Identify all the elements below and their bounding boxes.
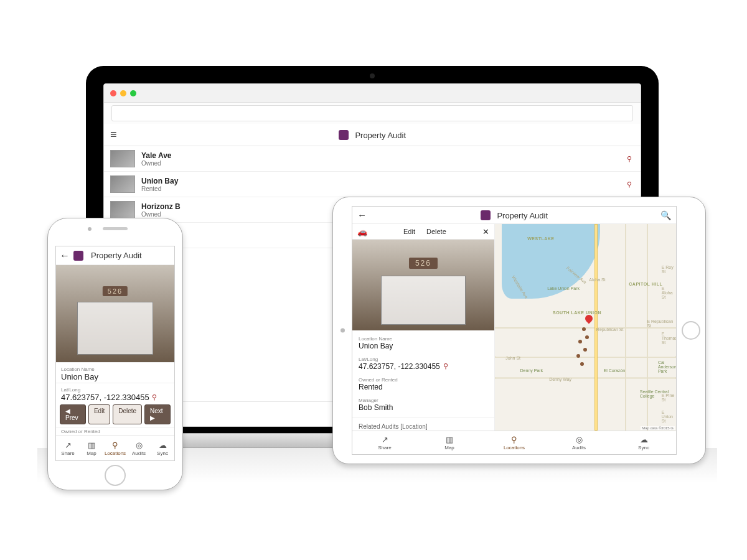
tab-label: Locations bbox=[105, 450, 126, 456]
tablet-tab-bar: ↗Share▥Map⚲Locations◎Audits☁Sync bbox=[352, 431, 676, 454]
map-road bbox=[495, 377, 676, 379]
map-street-label: Republican St bbox=[596, 327, 624, 332]
tab-audits[interactable]: ◎Audits bbox=[127, 436, 151, 460]
list-item[interactable]: Yale AveOwned⚲ bbox=[104, 146, 641, 172]
tab-audits[interactable]: ◎Audits bbox=[547, 431, 611, 454]
field-location-name: Location Name Union Bay bbox=[56, 362, 174, 383]
map-dot-icon[interactable] bbox=[582, 327, 586, 331]
search-icon[interactable]: 🔍 bbox=[660, 210, 671, 220]
map-pin-icon[interactable]: ⚲ bbox=[443, 362, 448, 370]
share-icon: ↗ bbox=[65, 441, 72, 450]
tab-share[interactable]: ↗Share bbox=[56, 436, 80, 460]
app-logo-icon bbox=[481, 210, 491, 220]
map-icon: ▥ bbox=[446, 435, 453, 444]
latlong-label: Lat/Long bbox=[359, 357, 488, 362]
tab-locations[interactable]: ⚲Locations bbox=[103, 436, 127, 460]
tab-label: Share bbox=[61, 450, 74, 456]
phone-device: ← Property Audit 526 Location Name Union… bbox=[47, 218, 183, 490]
map-icon: ▥ bbox=[88, 441, 95, 450]
field-location-name: Location Name Union Bay bbox=[352, 333, 494, 353]
building-number-sign: 526 bbox=[409, 258, 438, 269]
location-name-value: Union Bay bbox=[359, 342, 488, 350]
window-close-icon[interactable] bbox=[110, 90, 116, 96]
map-road bbox=[625, 224, 626, 431]
directions-icon[interactable]: 🚗 bbox=[357, 227, 367, 236]
field-latlong: Lat/Long 47.623757, -122.330455 ⚲ bbox=[352, 353, 494, 374]
audits-icon: ◎ bbox=[136, 441, 143, 450]
tab-label: Map bbox=[444, 445, 454, 450]
map-poi-label: Cal Anderson Park bbox=[658, 360, 676, 373]
tab-sync[interactable]: ☁Sync bbox=[151, 436, 174, 460]
edit-button[interactable]: Edit bbox=[403, 228, 415, 235]
phone-home-button[interactable] bbox=[105, 465, 126, 486]
tab-map[interactable]: ▥Map bbox=[80, 436, 103, 460]
property-photo: 526 bbox=[56, 265, 174, 362]
map-pin-icon[interactable]: ⚲ bbox=[627, 155, 632, 163]
audits-icon: ◎ bbox=[576, 435, 583, 444]
tablet-app-header: ← Property Audit 🔍 bbox=[352, 207, 676, 224]
latlong-value: 47.623757, -122.330455 bbox=[61, 393, 149, 402]
map-neighborhood-label: SOUTH LAKE UNION bbox=[553, 310, 601, 315]
location-icon: ⚲ bbox=[511, 435, 517, 444]
map-pane[interactable]: WESTLAKESOUTH LAKE UNIONCAPITOL HILLLake… bbox=[495, 224, 676, 431]
hamburger-icon[interactable]: ≡ bbox=[110, 128, 117, 141]
building-doors bbox=[381, 276, 466, 325]
building-doors bbox=[77, 302, 153, 354]
property-status: Rented bbox=[141, 185, 178, 192]
field-latlong: Lat/Long 47.623757, -122.330455 ⚲ bbox=[56, 383, 174, 402]
phone-tab-bar: ↗Share▥Map⚲Locations◎Audits☁Sync bbox=[56, 436, 174, 460]
map-dot-icon[interactable] bbox=[578, 340, 582, 343]
tab-map[interactable]: ▥Map bbox=[417, 431, 482, 454]
map-marker-icon[interactable] bbox=[585, 315, 593, 322]
map-poi-label: Lake Union Park bbox=[547, 286, 580, 291]
map-street-label: John St bbox=[505, 356, 520, 360]
delete-button[interactable]: Delete bbox=[426, 228, 446, 235]
property-title: Yale Ave bbox=[141, 151, 171, 160]
browser-chrome bbox=[104, 84, 641, 103]
sync-icon: ☁ bbox=[640, 435, 648, 444]
detail-fields: Location Name Union Bay Lat/Long 47.6237… bbox=[352, 330, 494, 431]
app-logo-icon bbox=[339, 130, 349, 140]
property-thumb bbox=[110, 150, 135, 167]
next-button[interactable]: Next ▶ bbox=[144, 404, 171, 424]
laptop-app-header: ≡ Property Audit bbox=[104, 124, 641, 146]
building-number-sign: 526 bbox=[103, 286, 128, 296]
window-zoom-icon[interactable] bbox=[130, 90, 136, 96]
list-item[interactable]: Union BayRented⚲ bbox=[104, 172, 641, 197]
url-bar[interactable] bbox=[111, 105, 633, 121]
property-status: Owned bbox=[141, 160, 171, 167]
back-icon[interactable]: ← bbox=[357, 210, 367, 220]
tab-share[interactable]: ↗Share bbox=[352, 431, 417, 454]
detail-toolbar: 🚗 Edit Delete ✕ bbox=[352, 224, 494, 240]
related-audits-heading: Related Audits [Location] bbox=[352, 418, 494, 431]
map-dot-icon[interactable] bbox=[576, 354, 580, 358]
tablet-home-button[interactable] bbox=[682, 321, 700, 340]
map-attribution: Map data ©2015 G bbox=[641, 426, 675, 430]
map-pin-icon[interactable]: ⚲ bbox=[152, 393, 157, 401]
property-status: Owned bbox=[141, 211, 181, 218]
map-neighborhood-label: CAPITOL HILL bbox=[629, 282, 662, 286]
map-pin-icon[interactable]: ⚲ bbox=[627, 180, 632, 189]
property-title: Horizonz B bbox=[141, 202, 181, 211]
map-street-label: Aloha St bbox=[589, 278, 605, 282]
phone-app-header: ← Property Audit bbox=[56, 246, 174, 265]
back-icon[interactable]: ← bbox=[60, 250, 70, 261]
delete-button[interactable]: Delete bbox=[113, 404, 142, 424]
window-minimize-icon[interactable] bbox=[120, 90, 126, 96]
map-street-label: E Aloha St bbox=[662, 286, 676, 299]
location-name-label: Location Name bbox=[61, 366, 169, 372]
tab-label: Map bbox=[87, 450, 96, 456]
field-owned-rented: Owned or Rented Rented bbox=[352, 374, 494, 394]
tab-label: Sync bbox=[157, 450, 168, 456]
close-icon[interactable]: ✕ bbox=[482, 227, 489, 236]
property-photo: 526 bbox=[352, 240, 494, 330]
prev-button[interactable]: ◀ Prev bbox=[60, 404, 86, 424]
tab-sync[interactable]: ☁Sync bbox=[611, 431, 676, 454]
edit-button[interactable]: Edit bbox=[88, 404, 110, 424]
detail-pane: 🚗 Edit Delete ✕ 526 Location Name Union … bbox=[352, 224, 495, 431]
app-title-wrap: Property Audit bbox=[481, 210, 548, 221]
app-title: Property Audit bbox=[91, 251, 142, 260]
owned-rented-label: Owned or Rented bbox=[359, 377, 488, 383]
map-street-label: Denny Way bbox=[549, 377, 571, 381]
tab-locations[interactable]: ⚲Locations bbox=[482, 431, 547, 454]
